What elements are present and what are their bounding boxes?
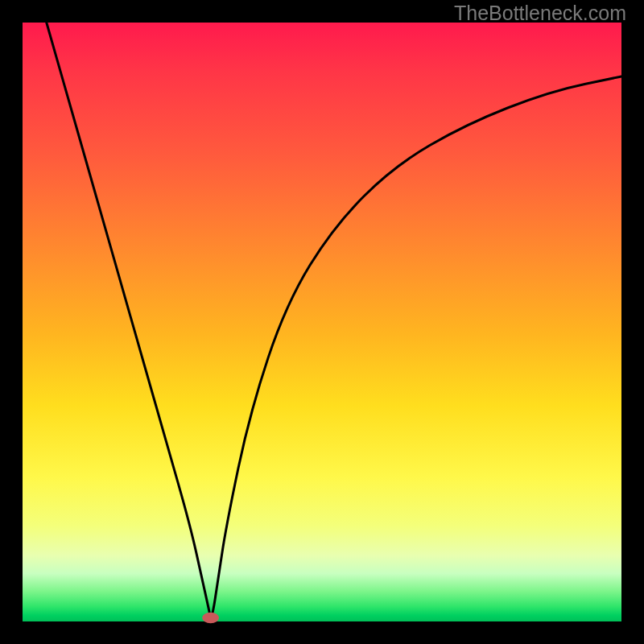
chart-svg <box>23 23 621 621</box>
plot-area <box>23 23 621 621</box>
bottleneck-curve <box>47 23 621 616</box>
optimal-point-marker <box>202 613 219 623</box>
chart-frame: TheBottleneck.com <box>0 0 644 644</box>
watermark-text: TheBottleneck.com <box>454 2 626 25</box>
